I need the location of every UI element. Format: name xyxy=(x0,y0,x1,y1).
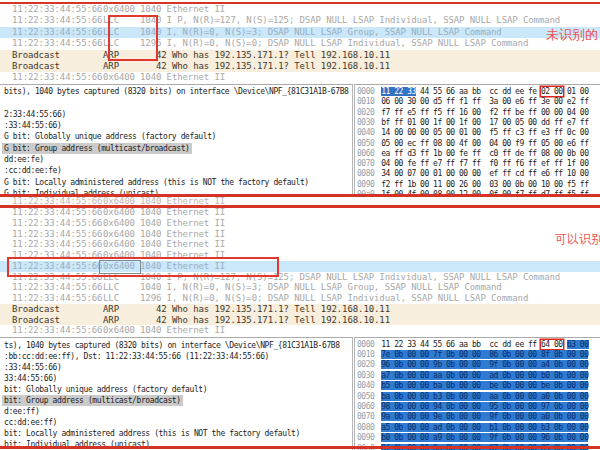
packet-cell-info: 1040 Ethernet II xyxy=(140,4,225,15)
packet-cell-info: 42 Who has 192.135.171.1? Tell 192.168.1… xyxy=(140,315,390,326)
hex-offset: 0010 xyxy=(357,97,374,106)
hex-offset: 0080 xyxy=(357,169,374,178)
hex-row[interactable]: 008034 00 07 00 01 00 00 00 ef ff cd ff … xyxy=(357,169,588,179)
detail-line[interactable]: :33:44:55:66) xyxy=(2,120,63,131)
hex-bytes-selected: b0 0b 00 00 a9 0b 00 00 9f 0b 00 00 96 0… xyxy=(381,433,588,442)
detail-line-selected[interactable]: bit: Group address (multicast/broadcast) xyxy=(2,395,183,406)
packet-row[interactable]: 11:22:33:44:55:660x64001040 Ethernet II xyxy=(0,325,600,336)
hex-offset: 0000 xyxy=(357,87,374,96)
detail-line-selected[interactable]: G bit: Group address (multicast/broadcas… xyxy=(2,143,192,154)
detail-line[interactable]: bit: Globally unique address (factory de… xyxy=(2,384,209,395)
hex-offset: 0020 xyxy=(357,108,374,117)
detail-line[interactable]: dd:ee:fe) xyxy=(2,154,46,165)
hex-bytes: f7 ff e5 ff f5 ff 16 00 f2 ff be ff 00 0… xyxy=(381,108,588,117)
hex-bytes-red-boxed: 64 00 xyxy=(541,340,563,349)
hex-bytes: f2 ff 1b 00 11 00 26 00 03 00 0b 00 10 0… xyxy=(381,180,588,189)
packet-row[interactable]: BroadcastARP 42 Who has 192.135.171.1? T… xyxy=(0,315,600,326)
detail-line[interactable]: bit: Locally administered address (this … xyxy=(2,428,302,439)
packet-row[interactable]: 11:22:33:44:55:66LLC1040 I P, N(R)=127, … xyxy=(0,15,600,26)
packet-row[interactable]: 11:22:33:44:55:66LLC1296 I, N(R)=0, N(S)… xyxy=(0,38,600,49)
hex-offset: 0040 xyxy=(357,381,374,390)
packet-cell-proto: 0x6400 xyxy=(103,72,135,83)
packet-cell-time: 11:22:33:44:55:66 xyxy=(12,38,102,49)
hex-row[interactable]: 0040b5 0b 00 00 ba 0b 00 00 be 0b 00 00 … xyxy=(357,381,588,391)
packet-cell-info: 42 Who has 192.135.171.1? Tell 192.168.1… xyxy=(140,61,390,72)
packet-cell-time: Broadcast xyxy=(12,315,60,326)
hex-row[interactable]: 002096 0b 00 00 9b 0b 00 00 9f 0b 00 00 … xyxy=(357,360,588,370)
packet-row[interactable]: BroadcastARP 42 Who has 192.135.171.1? T… xyxy=(0,61,600,72)
hex-row[interactable]: 0080a5 0b 00 00 ad 0b 00 00 b1 0b 00 00 … xyxy=(357,423,588,433)
hex-bytes-selected: b5 0b 00 00 ba 0b 00 00 be 0b 00 00 be 0… xyxy=(381,381,588,390)
detail-line[interactable]: :bb:cc:dd:ee:ff), Dst: 11:22:33:44:55:66… xyxy=(2,351,271,362)
packet-cell-proto: 0x6400 xyxy=(103,239,135,250)
packet-cell-info: 1040 Ethernet II xyxy=(140,239,225,250)
hex-bytes: 04 00 fe ff e7 ff f7 ff f0 ff f6 ff ef f… xyxy=(381,159,588,168)
hex-row[interactable]: 004014 00 00 00 05 00 01 00 f5 ff c3 ff … xyxy=(357,128,588,138)
hex-bytes: 05 00 ec ff 08 00 4f 00 04 00 f9 ff 05 0… xyxy=(381,139,588,148)
annotation-red-line-top xyxy=(0,2,600,4)
hex-offset: 0050 xyxy=(357,139,374,148)
packet-row[interactable]: 11:22:33:44:55:660x64001040 Ethernet II xyxy=(0,72,600,83)
detail-line[interactable]: bits), 1040 bytes captured (8320 bits) o… xyxy=(2,86,350,97)
hex-row[interactable]: 000011 22 33 44 55 66 aa bb cc dd ee ff … xyxy=(357,340,589,350)
hex-row[interactable]: 0020f7 ff e5 ff f5 ff 16 00 f2 ff be ff … xyxy=(357,108,588,118)
hex-bytes: 06 00 30 00 d5 ff f1 ff 3a 00 e6 ff 3e 0… xyxy=(381,97,588,106)
detail-line[interactable]: d:ee:ff) xyxy=(2,406,41,417)
packet-cell-proto: 0x6400 xyxy=(103,4,135,15)
packet-row[interactable]: 11:22:33:44:55:660x64001040 Ethernet II xyxy=(0,229,600,240)
packet-cell-time: 11:22:33:44:55:66 xyxy=(12,15,102,26)
packet-cell-info: 1040 Ethernet II xyxy=(140,218,225,229)
detail-line[interactable]: G bit: Locally administered address (thi… xyxy=(2,177,311,188)
packet-row[interactable]: 11:22:33:44:55:66LLC1296 I, N(R)=0, N(S)… xyxy=(0,293,600,304)
hex-offset: 0060 xyxy=(357,149,374,158)
packet-cell-info: 1040 Ethernet II xyxy=(140,72,225,83)
packet-cell-time: 11:22:33:44:55:66 xyxy=(12,207,102,218)
detail-line[interactable]: :33:44:55:66) xyxy=(2,362,63,373)
hex-offset: 0050 xyxy=(357,392,374,401)
hex-row[interactable]: 000011 22 33 44 55 66 aa bb cc dd ee fe … xyxy=(357,87,588,97)
packet-row[interactable]: 11:22:33:44:55:660x64001040 Ethernet II xyxy=(0,239,600,250)
hex-bytes-selected: 7e 0b 00 00 7f 0b 00 00 86 0b 00 00 8f 0… xyxy=(381,350,588,359)
hex-row[interactable]: 0050ba 0b 00 00 b3 0b 00 00 aa 0b 00 00 … xyxy=(357,392,588,402)
detail-line[interactable]: :cc:dd:ee:fe) xyxy=(2,165,63,176)
hex-row[interactable]: 00107e 0b 00 00 7f 0b 00 00 86 0b 00 00 … xyxy=(357,350,588,360)
packet-cell-proto: 0x6400 xyxy=(103,325,135,336)
hex-row[interactable]: 00709a 0b 00 00 9e 0b 00 00 9f 0b 00 00 … xyxy=(357,412,588,422)
detail-line[interactable]: cc:dd:ee:ff) xyxy=(2,417,59,428)
packet-cell-proto: ARP xyxy=(103,304,119,315)
packet-cell-info: 1296 I, N(R)=0, N(S)=0; DSAP NULL LSAP I… xyxy=(140,38,528,49)
packet-row[interactable]: BroadcastARP 42 Who has 192.135.171.1? T… xyxy=(0,50,600,61)
hex-row[interactable]: 0090b0 0b 00 00 a9 0b 00 00 9f 0b 00 00 … xyxy=(357,433,588,443)
packet-cell-time: 11:22:33:44:55:66 xyxy=(12,229,102,240)
detail-line[interactable]: G bit: Globally unique address (factory … xyxy=(2,131,218,142)
hex-row[interactable]: 0030bf ff 01 00 1f 00 1f 00 17 00 05 00 … xyxy=(357,118,588,128)
hex-offset: 0060 xyxy=(357,402,374,411)
hex-row[interactable]: 0030a7 0b 00 00 aa 0b 00 00 ad 0b 00 00 … xyxy=(357,371,588,381)
hex-row[interactable]: 001006 00 30 00 d5 ff f1 ff 3a 00 e6 ff … xyxy=(357,97,588,107)
packet-cell-info: 1040 Ethernet II xyxy=(140,207,225,218)
hex-offset: 0010 xyxy=(357,350,374,359)
packet-row[interactable]: 11:22:33:44:55:660x64001040 Ethernet II xyxy=(0,207,600,218)
hex-row[interactable]: 0060ea ff d3 ff 1b 00 fe ff c0 ff de ff … xyxy=(357,149,588,159)
packet-row[interactable]: 11:22:33:44:55:660x64001040 Ethernet II xyxy=(0,4,600,15)
packet-row[interactable]: BroadcastARP 42 Who has 192.135.171.1? T… xyxy=(0,304,600,315)
detail-line[interactable]: ts), 1040 bytes captured (8320 bits) on … xyxy=(2,340,342,351)
wireshark-comparison-screenshot: 11:22:33:44:55:660x64001040 Ethernet II1… xyxy=(0,0,600,450)
packet-row[interactable]: 11:22:33:44:55:66LLC1040 I, N(R)=0, N(S)… xyxy=(0,27,600,38)
hex-offset: 0000 xyxy=(357,340,374,349)
hex-row[interactable]: 0090f2 ff 1b 00 11 00 26 00 03 00 0b 00 … xyxy=(357,180,588,190)
hex-row[interactable]: 006098 0b 00 00 94 0b 00 00 95 0b 00 00 … xyxy=(357,402,588,412)
hex-bytes-selected: 96 0b 00 00 9b 0b 00 00 9f 0b 00 00 a4 0… xyxy=(381,360,588,369)
packet-cell-info: 1040 I, N(R)=0, N(S)=3; DSAP NULL LSAP G… xyxy=(140,27,502,38)
packet-row[interactable]: 11:22:33:44:55:66LLC1040 I, N(R)=0, N(S)… xyxy=(0,282,600,293)
packet-cell-time: 11:22:33:44:55:66 xyxy=(12,218,102,229)
hex-bytes-red-boxed: 02 00 xyxy=(541,87,563,96)
packet-row[interactable]: 11:22:33:44:55:660x64001040 Ethernet II xyxy=(0,218,600,229)
detail-line[interactable]: 2:33:44:55:66) xyxy=(2,109,68,120)
detail-line[interactable]: 33:44:55:66) xyxy=(2,373,59,384)
hex-row[interactable]: 007004 00 fe ff e7 ff f7 ff f0 ff f6 ff … xyxy=(357,159,588,169)
hex-row[interactable]: 005005 00 ec ff 08 00 4f 00 04 00 f9 ff … xyxy=(357,139,588,149)
packet-cell-time: 11:22:33:44:55:66 xyxy=(12,4,102,15)
hex-offset: 0030 xyxy=(357,118,374,127)
hex-bytes-selected: a5 0b 00 00 ad 0b 00 00 b1 0b 00 00 b3 0… xyxy=(381,423,588,432)
